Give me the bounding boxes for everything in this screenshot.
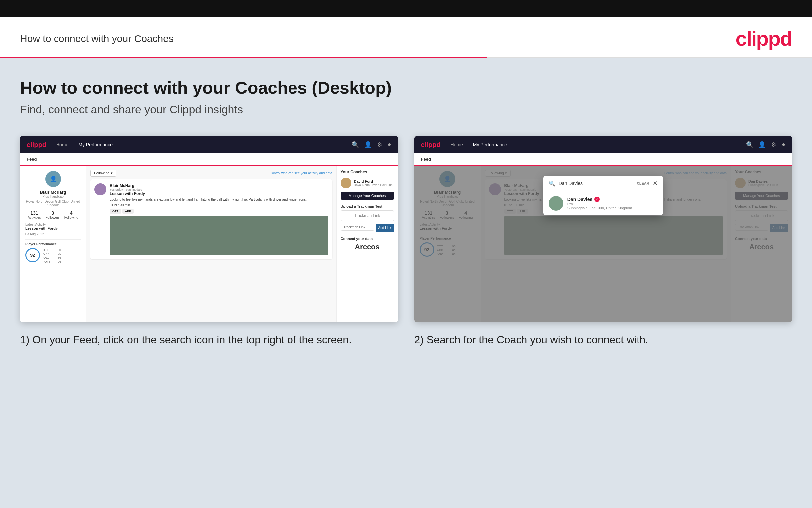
control-link[interactable]: Control who can see your activity and da… — [270, 171, 332, 175]
step-2-number: 2) — [415, 334, 424, 346]
close-icon[interactable]: ✕ — [653, 180, 658, 187]
step-1-description: 1) On your Feed, click on the search ico… — [20, 332, 398, 347]
post-photo — [110, 216, 328, 255]
coaches-title: Your Coaches — [341, 170, 394, 174]
mock-ui-1: clippd Home My Performance 🔍 👤 ⚙ ● Feed — [20, 136, 398, 322]
step-1-text: On your Feed, click on the search icon i… — [32, 334, 352, 346]
avatar-icon[interactable]: ● — [388, 141, 391, 149]
search-query-text[interactable]: Dan Davies — [559, 181, 633, 186]
coach-item: David Ford Royal North Devon Golf Club — [341, 178, 394, 188]
stats-row: 131 Activities 3 Followers 4 Following — [25, 210, 81, 219]
latest-activity-name: Lesson with Fordy — [25, 226, 81, 230]
app-button[interactable]: APP — [122, 209, 134, 214]
avatar-icon-2[interactable]: ● — [782, 141, 785, 149]
trackman-input[interactable] — [341, 223, 374, 230]
performance-bars: OTT90 APP85 ARG86 PUTT96 — [43, 248, 61, 264]
post-title: Lesson with Fordy — [110, 191, 328, 196]
mock-feed-tab-2[interactable]: Feed — [415, 153, 793, 166]
following-label: Following — [64, 216, 79, 219]
search-result[interactable]: Dan Davies ✓ Pro Sunningdale Golf Club, … — [543, 191, 663, 215]
off-button[interactable]: OTT — [110, 209, 121, 214]
mock-nav-icons: 🔍 👤 ⚙ ● — [352, 141, 391, 149]
mock-nav-performance-2[interactable]: My Performance — [473, 142, 507, 147]
settings-icon-2[interactable]: ⚙ — [771, 141, 776, 149]
performance-box: Player Performance 92 OTT90 APP85 ARG86 … — [25, 239, 81, 264]
screenshot-col-2: clippd Home My Performance 🔍 👤 ⚙ ● Feed — [415, 136, 793, 347]
search-bar-container: 🔍 Dan Davies CLEAR ✕ Dan Davie — [543, 176, 663, 215]
coach-avatar — [341, 178, 351, 188]
pro-badge: ✓ — [594, 197, 600, 202]
screenshot-frame-2: clippd Home My Performance 🔍 👤 ⚙ ● Feed — [415, 136, 793, 322]
activities-count: 131 — [28, 210, 41, 216]
step-2-description: 2) Search for the Coach you wish to conn… — [415, 332, 793, 347]
result-club: Sunningdale Golf Club, United Kingdom — [567, 206, 632, 210]
step-1-number: 1) — [20, 334, 29, 346]
top-bar — [0, 0, 812, 17]
step-2-text: Search for the Coach you wish to connect… — [427, 334, 649, 346]
mock-feed-center: Following ▾ Control who can see your act… — [86, 166, 336, 322]
following-button[interactable]: Following ▾ — [90, 170, 116, 177]
profile-handicap: Plus Handicap — [25, 195, 81, 198]
mock-ui-2: clippd Home My Performance 🔍 👤 ⚙ ● Feed — [415, 136, 793, 322]
mock-nav-2: clippd Home My Performance 🔍 👤 ⚙ ● — [415, 136, 793, 153]
search-icon-overlay: 🔍 — [549, 180, 556, 186]
latest-activity-date: 03 Aug 2022 — [25, 232, 81, 236]
screenshots-row: clippd Home My Performance 🔍 👤 ⚙ ● Feed — [20, 136, 792, 347]
mock-body-1: 👤 Blair McHarg Plus Handicap Royal North… — [20, 166, 398, 322]
post-text: Looking to feel like my hands are exitin… — [110, 197, 328, 202]
search-input-row: 🔍 Dan Davies CLEAR ✕ — [543, 176, 663, 191]
mock-feed-tab[interactable]: Feed — [20, 153, 398, 166]
result-info: Dan Davies ✓ Pro Sunningdale Golf Club, … — [567, 197, 632, 210]
performance-title: Player Performance — [25, 242, 81, 246]
following-count: 4 — [64, 210, 79, 216]
settings-icon[interactable]: ⚙ — [377, 141, 382, 149]
search-icon[interactable]: 🔍 — [352, 141, 359, 149]
upload-title: Upload a Trackman Test — [341, 204, 394, 208]
result-avatar — [549, 196, 563, 211]
add-link-button[interactable]: Add Link — [376, 223, 394, 232]
connect-title: Connect your data — [341, 237, 394, 241]
coach-club: Royal North Devon Golf Club — [354, 183, 392, 186]
mock-nav-performance[interactable]: My Performance — [79, 142, 113, 147]
mock-nav-logo-2: clippd — [421, 141, 441, 149]
followers-count: 3 — [46, 210, 60, 216]
follow-bar: Following ▾ Control who can see your act… — [90, 170, 332, 177]
header: How to connect with your Coaches clippd — [0, 17, 812, 57]
result-role: Pro — [567, 202, 632, 206]
trackman-link-display: Trackman Link — [341, 210, 394, 221]
search-icon-2[interactable]: 🔍 — [746, 141, 753, 149]
user-icon-2[interactable]: 👤 — [759, 141, 766, 149]
profile-club: Royal North Devon Golf Club, United King… — [25, 200, 81, 207]
mock-nav-home[interactable]: Home — [56, 142, 68, 147]
result-name: Dan Davies ✓ — [567, 197, 632, 202]
followers-label: Followers — [46, 216, 60, 219]
mock-body-2: 👤 Blair McHarg Plus Handicap Royal North… — [415, 166, 793, 322]
latest-activity-label: Latest Activity — [25, 222, 81, 226]
mock-nav-logo: clippd — [27, 141, 46, 149]
mock-sidebar-1: 👤 Blair McHarg Plus Handicap Royal North… — [20, 166, 86, 322]
clippd-logo: clippd — [735, 27, 792, 50]
post-card: Blair McHarg Yesterday · Sunningdale Les… — [90, 179, 332, 259]
screenshot-frame-1: clippd Home My Performance 🔍 👤 ⚙ ● Feed — [20, 136, 398, 322]
page-subheading: Find, connect and share your Clippd insi… — [20, 103, 792, 116]
clear-button[interactable]: CLEAR — [637, 181, 650, 185]
user-icon[interactable]: 👤 — [364, 141, 372, 149]
score-circle: 92 — [25, 248, 40, 262]
profile-avatar: 👤 — [45, 171, 61, 187]
page-heading: How to connect with your Coaches (Deskto… — [20, 78, 792, 98]
arccos-label: Arccos — [341, 243, 394, 251]
header-title: How to connect with your Coaches — [20, 33, 174, 44]
post-duration: 01 hr : 30 min — [110, 203, 328, 207]
profile-name: Blair McHarg — [25, 189, 81, 195]
manage-coaches-button[interactable]: Manage Your Coaches — [341, 192, 394, 200]
coach-name: David Ford — [354, 179, 392, 183]
main-content: How to connect with your Coaches (Deskto… — [0, 58, 812, 507]
post-body: Blair McHarg Yesterday · Sunningdale Les… — [110, 183, 328, 255]
post-author-name: Blair McHarg — [110, 183, 328, 188]
mock-nav-1: clippd Home My Performance 🔍 👤 ⚙ ● — [20, 136, 398, 153]
mock-nav-icons-2: 🔍 👤 ⚙ ● — [746, 141, 785, 149]
mock-nav-home-2[interactable]: Home — [450, 142, 463, 147]
post-avatar — [94, 183, 106, 195]
mock-coaches-panel: Your Coaches David Ford Royal North Devo… — [336, 166, 398, 322]
screenshot-col-1: clippd Home My Performance 🔍 👤 ⚙ ● Feed — [20, 136, 398, 347]
